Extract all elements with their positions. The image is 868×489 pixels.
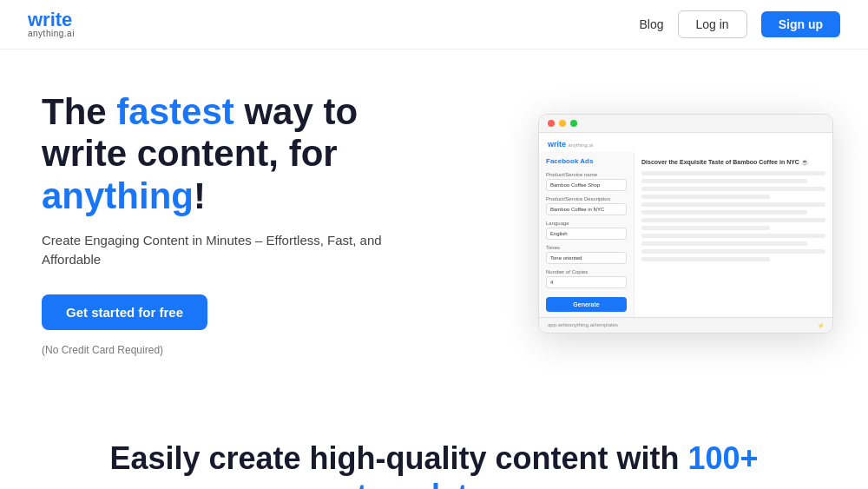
- content-line-3: [641, 187, 825, 191]
- field2-label: Product/Service Description: [546, 196, 627, 202]
- field1-input[interactable]: Bamboo Coffee Shop: [546, 179, 627, 191]
- content-line-7: [641, 218, 825, 222]
- blog-link[interactable]: Blog: [639, 17, 663, 31]
- hero-title: The fastest way to write content, for an…: [42, 91, 406, 217]
- content-line-8: [641, 226, 770, 230]
- cta-button[interactable]: Get started for free: [42, 294, 207, 330]
- field5-label: Number of Copies: [546, 269, 627, 274]
- no-credit-card: (No Credit Card Required): [42, 344, 406, 356]
- content-line-10: [641, 241, 807, 246]
- logo-write: write: [28, 10, 75, 30]
- navbar: write anything.ai Blog Log in Sign up: [0, 0, 868, 50]
- hero-anything: anything: [42, 175, 194, 216]
- hero-title-suffix: !: [194, 175, 206, 216]
- field5-input[interactable]: 4: [546, 276, 627, 288]
- mockup-content-title: Discover the Exquisite Taste of Bamboo C…: [641, 159, 825, 166]
- hero-subtitle: Create Engaging Content in Minutes – Eff…: [42, 231, 406, 270]
- mockup-url: app.writeanything.ai/templates: [548, 322, 618, 328]
- content-line-1: [641, 171, 825, 175]
- templates-section: Easily create high-quality content with …: [0, 391, 868, 489]
- mockup-content: Discover the Exquisite Taste of Bamboo C…: [635, 152, 832, 317]
- login-button[interactable]: Log in: [678, 10, 747, 38]
- mockup-logo-anything: anything.ai: [568, 142, 593, 148]
- field4-label: Tones: [546, 245, 627, 250]
- mockup-titlebar: [539, 115, 832, 133]
- generate-button[interactable]: Generate: [546, 297, 627, 312]
- mockup-icon: ⚡: [818, 322, 824, 328]
- hero-left: The fastest way to write content, for an…: [42, 91, 406, 356]
- field3-input[interactable]: English: [546, 228, 627, 240]
- dot-green: [570, 120, 577, 127]
- content-line-9: [641, 234, 825, 238]
- mockup-logo-row: write anything.ai: [539, 133, 832, 152]
- mockup-window: write anything.ai Facebook Ads Product/S…: [538, 114, 833, 334]
- hero-section: The fastest way to write content, for an…: [0, 50, 868, 391]
- mockup-bottom-bar: app.writeanything.ai/templates ⚡: [539, 317, 832, 333]
- field4-input[interactable]: Tone oriented: [546, 252, 627, 264]
- mockup-body: Facebook Ads Product/Service name Bamboo…: [539, 152, 832, 317]
- hero-right: write anything.ai Facebook Ads Product/S…: [538, 114, 833, 334]
- signup-button[interactable]: Sign up: [761, 11, 840, 37]
- hero-title-prefix: The: [42, 91, 116, 132]
- mockup-sidebar: Facebook Ads Product/Service name Bamboo…: [539, 152, 635, 317]
- hero-fastest: fastest: [116, 91, 233, 132]
- mockup-form-title: Facebook Ads: [546, 157, 627, 165]
- templates-heading: Easily create high-quality content with …: [35, 439, 833, 489]
- content-line-11: [641, 249, 825, 254]
- templates-heading-suffix: .: [503, 478, 511, 489]
- content-line-6: [641, 210, 807, 215]
- content-line-12: [641, 257, 770, 261]
- nav-right: Blog Log in Sign up: [639, 10, 840, 38]
- dot-red: [548, 120, 555, 127]
- mockup-logo-write: write: [548, 140, 566, 149]
- logo-sub: anything.ai: [28, 30, 75, 38]
- field1-label: Product/Service name: [546, 172, 627, 177]
- content-line-5: [641, 202, 825, 207]
- field2-input[interactable]: Bamboo Coffee in NYC: [546, 203, 627, 215]
- templates-heading-prefix: Easily create high-quality content with: [109, 440, 687, 476]
- logo: write anything.ai: [28, 10, 75, 38]
- field3-label: Language: [546, 221, 627, 226]
- content-line-4: [641, 195, 770, 199]
- dot-yellow: [559, 120, 566, 127]
- content-line-2: [641, 179, 807, 183]
